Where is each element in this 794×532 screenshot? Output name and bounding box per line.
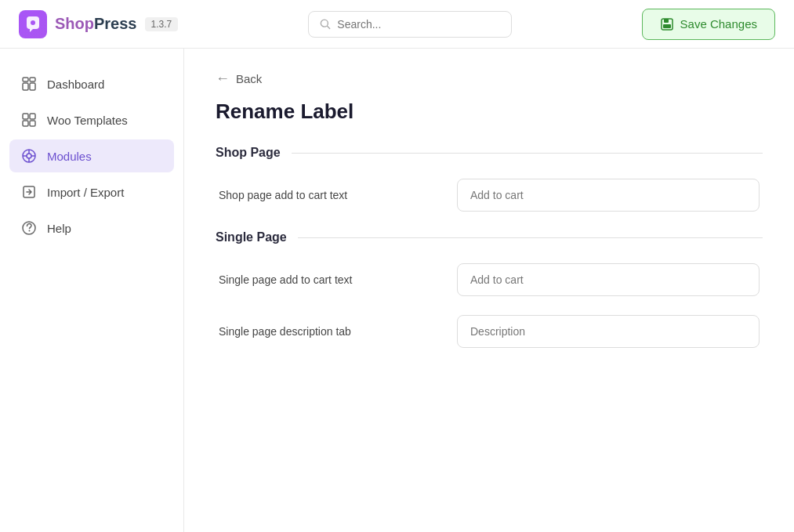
back-navigation[interactable]: ← Back: [216, 49, 763, 100]
save-changes-label: Save Changes: [680, 17, 757, 31]
svg-rect-13: [23, 121, 28, 126]
shop-add-to-cart-input[interactable]: [457, 179, 760, 212]
svg-rect-7: [23, 78, 28, 81]
page-title: Rename Label: [216, 100, 763, 124]
single-description-tab-label: Single page description tab: [219, 325, 438, 338]
back-arrow-icon: ←: [216, 71, 230, 87]
shop-page-section: Shop Page Shop page add to cart text: [216, 146, 763, 212]
svg-rect-8: [30, 78, 35, 81]
logo-text: ShopPress: [55, 15, 137, 33]
shoppress-logo-icon: [19, 10, 47, 38]
dashboard-icon: [20, 75, 38, 92]
svg-rect-12: [30, 114, 35, 119]
single-add-to-cart-row: Single page add to cart text: [216, 263, 763, 296]
sidebar-modules-label: Modules: [47, 150, 92, 163]
sidebar-help-label: Help: [47, 222, 71, 235]
svg-rect-5: [664, 19, 669, 23]
shop-add-to-cart-label: Shop page add to cart text: [219, 189, 438, 201]
sidebar-dashboard-label: Dashboard: [47, 78, 104, 91]
sidebar-item-modules[interactable]: Modules: [9, 139, 174, 172]
logo-area: ShopPress 1.3.7: [19, 10, 178, 38]
help-icon: [20, 219, 38, 237]
main-content: ← Back Rename Label Shop Page Shop page …: [184, 49, 794, 532]
import-export-icon: [20, 183, 38, 201]
sidebar-woo-templates-label: Woo Templates: [47, 114, 128, 127]
sidebar-import-export-label: Import / Export: [47, 186, 124, 199]
search-input[interactable]: [337, 18, 500, 31]
svg-rect-6: [663, 24, 671, 28]
version-badge: 1.3.7: [145, 17, 179, 31]
header: ShopPress 1.3.7 Save Changes: [0, 0, 794, 49]
svg-point-23: [29, 230, 31, 232]
save-changes-button[interactable]: Save Changes: [642, 9, 775, 40]
sidebar: Dashboard Woo Templates: [0, 49, 184, 532]
svg-rect-9: [23, 83, 28, 90]
svg-line-3: [327, 26, 329, 28]
single-add-to-cart-input[interactable]: [457, 263, 760, 296]
shop-page-section-title: Shop Page: [216, 146, 281, 160]
svg-point-16: [27, 154, 31, 158]
svg-rect-11: [23, 114, 28, 119]
sidebar-item-woo-templates[interactable]: Woo Templates: [9, 103, 174, 136]
modules-icon: [20, 147, 38, 165]
sidebar-item-dashboard[interactable]: Dashboard: [9, 67, 174, 100]
svg-rect-14: [30, 121, 35, 126]
shop-add-to-cart-row: Shop page add to cart text: [216, 179, 763, 212]
svg-rect-10: [30, 83, 35, 90]
shop-page-section-header: Shop Page: [216, 146, 763, 160]
svg-point-1: [31, 20, 35, 25]
search-bar[interactable]: [308, 11, 512, 38]
sidebar-item-help[interactable]: Help: [9, 212, 174, 244]
single-page-section: Single Page Single page add to cart text…: [216, 230, 763, 348]
single-page-divider: [298, 237, 763, 238]
single-page-section-title: Single Page: [216, 230, 287, 244]
sidebar-item-import-export[interactable]: Import / Export: [9, 176, 174, 208]
shop-page-divider: [292, 153, 763, 154]
back-label: Back: [236, 72, 262, 85]
save-icon: [660, 17, 674, 31]
single-page-section-header: Single Page: [216, 230, 763, 244]
single-description-tab-input[interactable]: [457, 315, 760, 348]
single-description-tab-row: Single page description tab: [216, 315, 763, 348]
page-layout: Dashboard Woo Templates: [0, 49, 794, 532]
search-icon: [320, 18, 331, 31]
single-add-to-cart-label: Single page add to cart text: [219, 273, 438, 286]
woo-templates-icon: [20, 111, 38, 128]
